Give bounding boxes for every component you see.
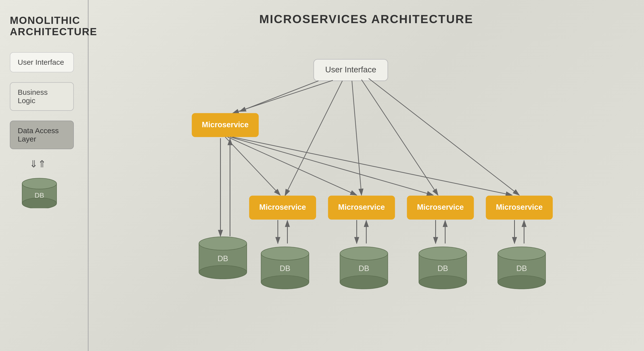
monolithic-ui-box: User Interface bbox=[10, 52, 74, 72]
db-ms2: DB bbox=[261, 247, 309, 289]
svg-line-11 bbox=[369, 79, 519, 195]
svg-text:DB: DB bbox=[516, 264, 527, 273]
mono-db-arrow: ⇓⇑ bbox=[30, 159, 46, 169]
svg-line-16 bbox=[230, 137, 433, 195]
microservices-panel: MICROSERVICES ARCHITECTURE User Interfac… bbox=[88, 0, 644, 351]
svg-point-45 bbox=[340, 275, 388, 289]
svg-text:Microservice: Microservice bbox=[202, 120, 249, 129]
monolithic-title: MONOLITHICARCHITECTURE bbox=[10, 15, 97, 38]
svg-line-14 bbox=[225, 137, 280, 195]
svg-point-2 bbox=[22, 178, 56, 189]
svg-point-37 bbox=[199, 266, 247, 279]
svg-point-41 bbox=[261, 275, 309, 289]
svg-point-53 bbox=[498, 275, 546, 289]
monolithic-dal-box: Data AccessLayer bbox=[10, 121, 74, 149]
microservices-title: MICROSERVICES ARCHITECTURE bbox=[259, 12, 473, 26]
svg-line-9 bbox=[352, 81, 362, 195]
svg-point-46 bbox=[340, 247, 388, 260]
svg-text:DB: DB bbox=[280, 264, 290, 273]
svg-text:Microservice: Microservice bbox=[338, 203, 385, 211]
svg-point-50 bbox=[419, 247, 467, 260]
svg-point-42 bbox=[261, 247, 309, 260]
svg-point-49 bbox=[419, 275, 467, 289]
svg-line-8 bbox=[285, 81, 342, 195]
db-top-ms: DB bbox=[199, 237, 247, 279]
db-ms4: DB bbox=[419, 247, 467, 289]
db-ms3: DB bbox=[340, 247, 388, 289]
svg-line-17 bbox=[232, 137, 512, 195]
svg-point-38 bbox=[199, 237, 247, 250]
monolithic-panel: MONOLITHICARCHITECTURE User Interface Bu… bbox=[0, 0, 88, 351]
svg-point-1 bbox=[22, 198, 56, 208]
svg-text:DB: DB bbox=[35, 192, 44, 199]
svg-line-7 bbox=[232, 80, 333, 113]
svg-text:Microservice: Microservice bbox=[417, 203, 464, 211]
svg-text:DB: DB bbox=[359, 264, 369, 273]
svg-text:DB: DB bbox=[218, 254, 228, 263]
monolithic-dal-label: Data AccessLayer bbox=[18, 127, 59, 143]
monolithic-bl-label: Business Logic bbox=[18, 88, 48, 105]
svg-line-15 bbox=[228, 137, 357, 195]
svg-text:DB: DB bbox=[437, 264, 448, 273]
db-ms5: DB bbox=[498, 247, 546, 289]
monolithic-bl-box: Business Logic bbox=[10, 82, 74, 111]
ui-label-right: User Interface bbox=[325, 65, 376, 74]
monolithic-db: DB bbox=[20, 176, 59, 208]
architecture-diagram: User Interface Microservice bbox=[103, 41, 629, 339]
svg-text:Microservice: Microservice bbox=[496, 203, 543, 211]
svg-text:Microservice: Microservice bbox=[259, 203, 306, 211]
svg-point-54 bbox=[498, 247, 546, 260]
monolithic-ui-label: User Interface bbox=[18, 58, 64, 66]
